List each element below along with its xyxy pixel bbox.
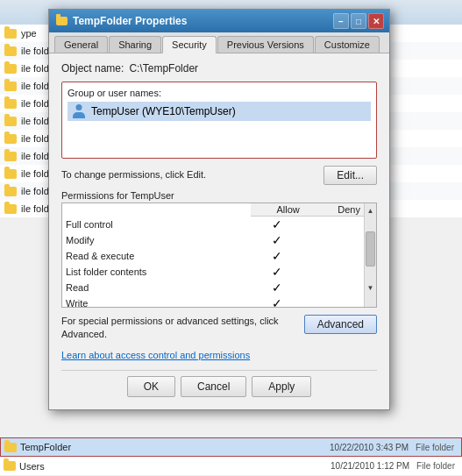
- perm-name: Read: [62, 280, 251, 295]
- allow-header: Allow: [251, 203, 303, 217]
- permissions-table: Allow Deny Full control ✓ Modify ✓: [62, 203, 376, 308]
- bg-bottom-area: TempFolder 10/22/2010 3:43 PM File folde…: [0, 437, 462, 476]
- cancel-button[interactable]: Cancel: [181, 376, 246, 397]
- row-label: ype: [21, 28, 37, 39]
- permissions-section: Permissions for TempUser Allow Deny Full…: [61, 190, 377, 308]
- perm-name: Modify: [62, 232, 251, 248]
- tab-bar: General Sharing Security Previous Versio…: [49, 32, 389, 53]
- tab-security[interactable]: Security: [162, 36, 217, 53]
- group-box-label: Group or user names:: [68, 88, 371, 98]
- permissions-table-wrapper: Allow Deny Full control ✓ Modify ✓: [61, 202, 377, 308]
- object-name-value: C:\TempFolder: [129, 62, 198, 75]
- title-buttons: − □ ✕: [333, 13, 384, 29]
- user-name: TempUser (WYE10\TempUser): [91, 105, 236, 117]
- user-item[interactable]: TempUser (WYE10\TempUser): [68, 102, 371, 121]
- advanced-button[interactable]: Advanced: [304, 315, 377, 334]
- close-button[interactable]: ✕: [368, 13, 384, 29]
- perm-name: Full control: [62, 217, 251, 233]
- tab-customize[interactable]: Customize: [315, 36, 380, 53]
- advanced-row: For special permissions or advanced sett…: [61, 315, 377, 342]
- group-box: Group or user names: TempUser (WYE10\Tem…: [61, 82, 377, 159]
- perm-allow-check: ✓: [251, 280, 303, 295]
- dialog-icon: [54, 14, 68, 28]
- perm-row-fullcontrol: Full control ✓: [62, 217, 376, 233]
- perm-row-read: Read ✓: [62, 280, 376, 295]
- scroll-up-arrow[interactable]: ▲: [365, 203, 376, 217]
- title-bar: TempFolder Properties − □ ✕: [49, 10, 389, 32]
- properties-dialog: TempFolder Properties − □ ✕ General Shar…: [48, 9, 390, 410]
- minimize-button[interactable]: −: [333, 13, 349, 29]
- perm-allow-check: ✓: [251, 217, 303, 233]
- perm-allow-check: ✓: [251, 264, 303, 280]
- tab-sharing[interactable]: Sharing: [109, 36, 161, 53]
- perm-row-readexecute: Read & execute ✓: [62, 248, 376, 264]
- learn-link-row: Learn about access control and permissio…: [61, 349, 377, 361]
- perm-name: Read & execute: [62, 248, 251, 264]
- learn-link[interactable]: Learn about access control and permissio…: [61, 350, 250, 360]
- change-permissions-text: To change permissions, click Edit.: [61, 169, 206, 180]
- dialog-title: TempFolder Properties: [73, 15, 187, 27]
- user-list: TempUser (WYE10\TempUser): [68, 102, 371, 154]
- maximize-button[interactable]: □: [351, 13, 366, 29]
- perm-name: Write: [62, 295, 251, 308]
- apply-button[interactable]: Apply: [252, 376, 311, 397]
- ok-button[interactable]: OK: [127, 376, 175, 397]
- scroll-thumb[interactable]: [366, 231, 375, 266]
- users-type: File folder: [416, 461, 458, 471]
- object-name-label: Object name:: [61, 62, 124, 75]
- title-bar-left: TempFolder Properties: [54, 14, 187, 28]
- users-label: Users: [19, 461, 45, 472]
- tempfolder-label: TempFolder: [20, 442, 71, 452]
- perm-name: List folder contents: [62, 264, 251, 280]
- permissions-scrollbar[interactable]: ▲ ▼: [364, 203, 376, 307]
- user-icon: [71, 103, 87, 119]
- perm-allow-check: ✓: [251, 232, 303, 248]
- users-date: 10/21/2010 1:12 PM: [331, 461, 416, 471]
- dialog-content: Object name: C:\TempFolder Group or user…: [49, 53, 389, 409]
- object-name-row: Object name: C:\TempFolder: [61, 62, 377, 75]
- perm-row-listfolder: List folder contents ✓: [62, 264, 376, 280]
- tab-general[interactable]: General: [54, 36, 108, 53]
- button-row: OK Cancel Apply: [61, 370, 377, 401]
- advanced-text: For special permissions or advanced sett…: [61, 315, 297, 342]
- scroll-down-arrow[interactable]: ▼: [365, 281, 376, 295]
- perm-allow-check: ✓: [251, 248, 303, 264]
- tempfolder-date: 10/22/2010 3:43 PM: [330, 443, 416, 452]
- tab-previous-versions[interactable]: Previous Versions: [217, 36, 314, 53]
- perm-row-write: Write ✓: [62, 295, 376, 308]
- permissions-label: Permissions for TempUser: [61, 190, 377, 201]
- person-icon: [72, 104, 86, 118]
- perm-allow-check: ✓: [251, 295, 303, 308]
- users-row[interactable]: Users 10/21/2010 1:12 PM File folder: [0, 457, 462, 476]
- edit-button[interactable]: Edit...: [323, 166, 377, 185]
- tempfolder-type: File folder: [416, 443, 458, 452]
- perm-row-modify: Modify ✓: [62, 232, 376, 248]
- tempfolder-row[interactable]: TempFolder 10/22/2010 3:43 PM File folde…: [0, 437, 462, 457]
